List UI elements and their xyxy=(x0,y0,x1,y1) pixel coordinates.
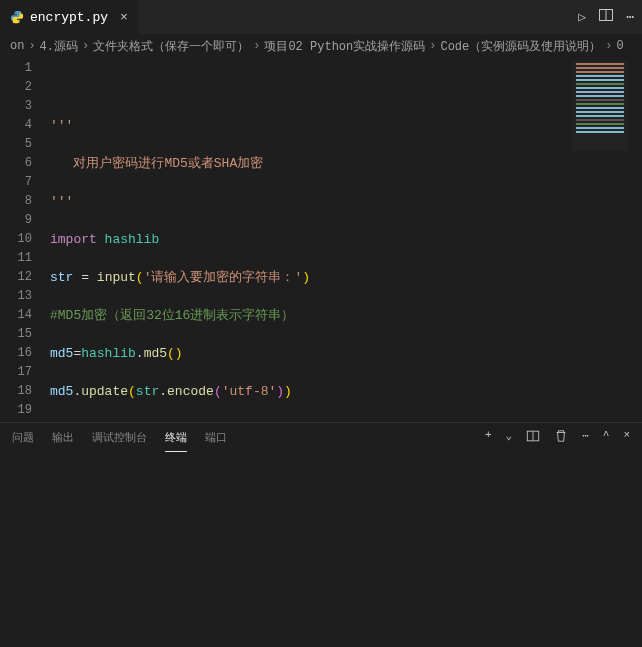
tab-debug-console[interactable]: 调试控制台 xyxy=(92,424,147,451)
maximize-panel-icon[interactable]: ^ xyxy=(603,429,610,446)
line-number: 11 xyxy=(0,249,32,268)
line-number: 1 xyxy=(0,59,32,78)
line-number: 19 xyxy=(0,401,32,420)
tab-ports[interactable]: 端口 xyxy=(205,424,227,451)
python-file-icon xyxy=(10,10,24,24)
line-number: 18 xyxy=(0,382,32,401)
tab-label: encrypt.py xyxy=(30,10,108,25)
chevron-right-icon: › xyxy=(429,39,436,53)
code-line[interactable]: 对用户密码进行MD5或者SHA加密 xyxy=(50,154,642,173)
line-number: 12 xyxy=(0,268,32,287)
line-number: 14 xyxy=(0,306,32,325)
code-line[interactable]: #MD5加密（返回32位16进制表示字符串） xyxy=(50,306,642,325)
line-number: 16 xyxy=(0,344,32,363)
split-terminal-icon[interactable] xyxy=(526,429,540,446)
line-number: 6 xyxy=(0,154,32,173)
tab-problems[interactable]: 问题 xyxy=(12,424,34,451)
split-editor-icon[interactable] xyxy=(598,7,614,27)
line-number: 4 xyxy=(0,116,32,135)
code-line[interactable]: print('MD5加密:',md5.hexdigest()) xyxy=(50,420,642,422)
minimap[interactable] xyxy=(572,61,628,151)
line-number: 9 xyxy=(0,211,32,230)
more-actions-icon[interactable]: ⋯ xyxy=(626,9,634,25)
chevron-right-icon: › xyxy=(28,39,35,53)
code-line[interactable]: md5=hashlib.md5() xyxy=(50,344,642,363)
trash-icon[interactable] xyxy=(554,429,568,446)
crumb-part[interactable]: Code（实例源码及使用说明） xyxy=(440,38,601,55)
line-number: 8 xyxy=(0,192,32,211)
close-tab-icon[interactable]: × xyxy=(120,10,128,25)
panel-actions: + ⌄ ⋯ ^ × xyxy=(485,429,630,446)
chevron-down-icon[interactable]: ⌄ xyxy=(506,429,513,446)
editor[interactable]: 1 2 3 4 5 6 7 8 9 10 11 12 13 14 15 16 1… xyxy=(0,57,642,422)
line-number-gutter: 1 2 3 4 5 6 7 8 9 10 11 12 13 14 15 16 1… xyxy=(0,57,50,422)
code-line[interactable]: str = input('请输入要加密的字符串：') xyxy=(50,268,642,287)
panel-tab-bar: 问题 输出 调试控制台 终端 端口 + ⌄ ⋯ ^ × xyxy=(0,422,642,452)
chevron-right-icon: › xyxy=(82,39,89,53)
code-line[interactable] xyxy=(50,78,642,97)
crumb-part[interactable]: 项目02 Python实战操作源码 xyxy=(264,38,425,55)
tab-output[interactable]: 输出 xyxy=(52,424,74,451)
line-number: 5 xyxy=(0,135,32,154)
line-number: 15 xyxy=(0,325,32,344)
code-area[interactable]: ''' 对用户密码进行MD5或者SHA加密 ''' import hashlib… xyxy=(50,57,642,422)
line-number: 17 xyxy=(0,363,32,382)
line-number: 3 xyxy=(0,97,32,116)
crumb-part[interactable]: 4.源码 xyxy=(40,38,78,55)
code-line[interactable]: ''' xyxy=(50,192,642,211)
run-icon[interactable]: ▷ xyxy=(578,9,586,25)
line-number: 2 xyxy=(0,78,32,97)
code-line[interactable]: import hashlib xyxy=(50,230,642,249)
crumb-part[interactable]: 文件夹格式（保存一个即可） xyxy=(93,38,249,55)
line-number: 7 xyxy=(0,173,32,192)
crumb-part[interactable]: 0 xyxy=(616,39,623,53)
tab-encrypt-py[interactable]: encrypt.py × xyxy=(0,0,138,34)
close-panel-icon[interactable]: × xyxy=(623,429,630,446)
code-line[interactable]: ''' xyxy=(50,116,642,135)
terminal-body[interactable] xyxy=(0,452,642,647)
more-icon[interactable]: ⋯ xyxy=(582,429,589,446)
new-terminal-icon[interactable]: + xyxy=(485,429,492,446)
line-number: 13 xyxy=(0,287,32,306)
code-line[interactable]: md5.update(str.encode('utf-8')) xyxy=(50,382,642,401)
chevron-right-icon: › xyxy=(605,39,612,53)
crumb-part[interactable]: on xyxy=(10,39,24,53)
tab-bar: encrypt.py × ▷ ⋯ xyxy=(0,0,642,35)
chevron-right-icon: › xyxy=(253,39,260,53)
editor-title-actions: ▷ ⋯ xyxy=(578,7,642,27)
breadcrumb[interactable]: on › 4.源码 › 文件夹格式（保存一个即可） › 项目02 Python实… xyxy=(0,35,642,57)
line-number: 10 xyxy=(0,230,32,249)
tab-terminal[interactable]: 终端 xyxy=(165,424,187,452)
